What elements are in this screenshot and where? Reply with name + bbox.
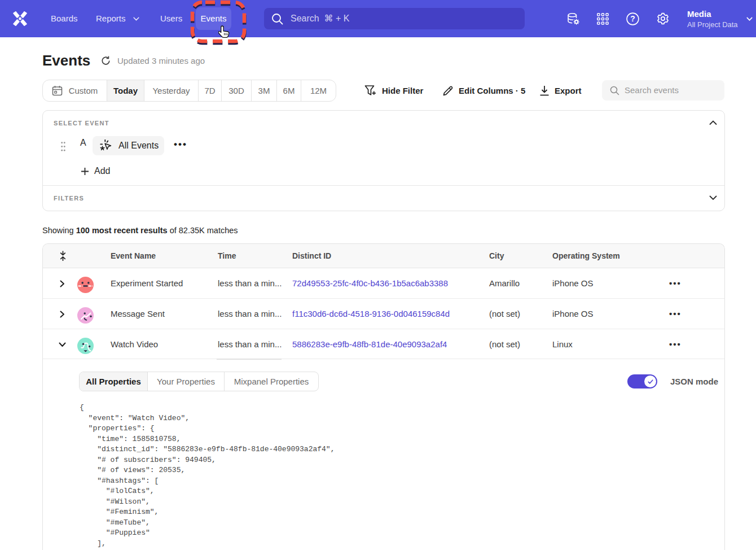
svg-text:?: ? <box>630 14 635 23</box>
